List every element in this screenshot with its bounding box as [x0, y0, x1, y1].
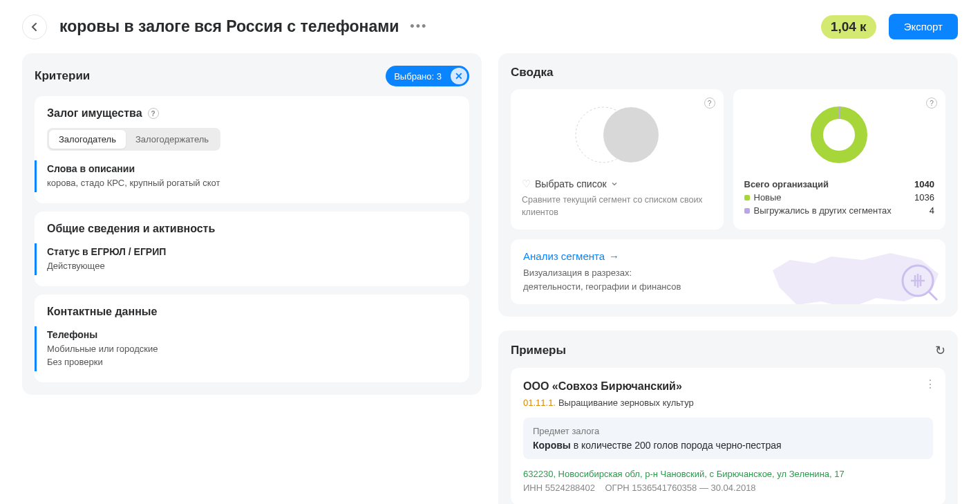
legend-dot-purple — [744, 208, 750, 214]
stat-new: Новые 1036 — [744, 191, 935, 204]
pledge-card: Залог имущества ? Залогодатель Залогодер… — [35, 96, 469, 203]
choose-list-button[interactable]: ♡ Выбрать список — [522, 178, 713, 190]
arrow-right-icon: → — [609, 250, 619, 262]
criteria-title: Критерии — [35, 69, 90, 83]
legend-dot-green — [744, 195, 750, 200]
examples-panel: Примеры ↻ ⋮ ООО «Совхоз Бирючанский» 01.… — [498, 330, 958, 504]
phones-value: Мобильные или городские Без проверки — [47, 343, 457, 368]
summary-panel: Сводка ? ♡ Выбрать список Сравните текущ… — [498, 53, 958, 317]
clear-filters-button[interactable]: ✕ — [451, 68, 467, 84]
general-card: Общие сведения и активность Статус в ЕГР… — [35, 212, 469, 286]
phones-label: Телефоны — [47, 329, 457, 340]
contacts-card: Контактные данные Телефоны Мобильные или… — [35, 295, 469, 382]
map-illustration — [766, 239, 945, 304]
pledge-box: Предмет залога Коровы в количестве 200 г… — [523, 418, 933, 459]
general-title: Общие сведения и активность — [47, 223, 457, 235]
company-inn: ИНН 5524288402 — [523, 483, 595, 493]
example-menu-button[interactable]: ⋮ — [925, 377, 936, 391]
svg-marker-4 — [773, 253, 939, 304]
okved-activity: Выращивание зерновых культур — [558, 398, 694, 408]
company-address[interactable]: 632230, Новосибирская обл, р-н Чановский… — [523, 469, 933, 479]
venn-diagram — [522, 100, 713, 169]
refresh-button[interactable]: ↻ — [935, 343, 945, 358]
analysis-link-label: Анализ сегмента — [523, 250, 605, 262]
donut-chart — [744, 100, 935, 169]
status-label: Статус в ЕГРЮЛ / ЕГРИП — [47, 246, 457, 257]
criterion-status[interactable]: Статус в ЕГРЮЛ / ЕГРИП Действующее — [35, 243, 457, 275]
more-button[interactable]: ••• — [410, 19, 427, 34]
help-icon[interactable]: ? — [704, 97, 715, 109]
stat-segments: Выгружались в других сегментах 4 — [744, 204, 935, 217]
donut-card: ? Всего организаций 1040 Новые 1036 — [733, 89, 946, 230]
compare-description: Сравните текущий сегмент со списком свои… — [522, 194, 713, 218]
pledge-subject-text: Коровы в количестве 200 голов порода чер… — [533, 440, 923, 451]
stat-total: Всего организаций 1040 — [744, 178, 935, 191]
pledge-title: Залог имущества — [47, 107, 142, 120]
pledge-role-toggle: Залогодатель Залогодержатель — [47, 128, 220, 151]
examples-title: Примеры — [511, 344, 566, 357]
chevron-down-icon — [611, 180, 618, 187]
new-label: Новые — [754, 192, 782, 203]
svg-line-6 — [929, 292, 937, 300]
words-value: корова, стадо КРС, крупный рогатый скот — [47, 177, 457, 189]
arrow-left-icon — [29, 21, 40, 32]
seg-value: 4 — [930, 205, 934, 216]
back-button[interactable] — [22, 15, 47, 39]
analysis-card[interactable]: Анализ сегмента → Визуализация в разреза… — [511, 239, 945, 304]
compare-card: ? ♡ Выбрать список Сравните текущий сегм… — [511, 89, 724, 230]
company-name[interactable]: ООО «Совхоз Бирючанский» — [523, 380, 933, 393]
page-title: коровы в залоге вся Россия с телефонами — [59, 17, 399, 36]
svg-point-1 — [603, 107, 659, 162]
okved-code: 01.11.1. — [523, 398, 556, 408]
criterion-words[interactable]: Слова в описании корова, стадо КРС, круп… — [35, 160, 457, 192]
export-button[interactable]: Экспорт — [889, 14, 958, 39]
status-value: Действующее — [47, 260, 457, 272]
total-value: 1040 — [914, 179, 934, 189]
total-label: Всего организаций — [744, 179, 829, 189]
company-ids: ИНН 5524288402 ОГРН 1536541760358 — 30.0… — [523, 483, 933, 493]
criterion-phones[interactable]: Телефоны Мобильные или городские Без про… — [35, 326, 457, 371]
new-value: 1036 — [914, 192, 934, 203]
selected-filter-pill[interactable]: Выбрано: 3 ✕ — [386, 66, 469, 86]
summary-title: Сводка — [511, 66, 553, 80]
seg-label: Выгружались в других сегментах — [754, 205, 892, 216]
help-icon[interactable]: ? — [926, 97, 937, 109]
selected-count: Выбрано: 3 — [386, 68, 449, 84]
criteria-panel: Критерии Выбрано: 3 ✕ Залог имущества ? … — [22, 53, 482, 395]
results-counter: 1,04 к — [821, 15, 876, 39]
heart-icon: ♡ — [522, 178, 531, 190]
company-ogrn: ОГРН 1536541760358 — 30.04.2018 — [605, 483, 756, 493]
tab-pledgee[interactable]: Залогодержатель — [126, 130, 218, 149]
contacts-title: Контактные данные — [47, 306, 457, 318]
words-label: Слова в описании — [47, 163, 457, 174]
help-icon[interactable]: ? — [148, 108, 159, 119]
choose-list-label: Выбрать список — [535, 178, 607, 189]
tab-pledgor[interactable]: Залогодатель — [49, 130, 126, 149]
svg-point-2 — [817, 113, 861, 157]
example-company-card: ⋮ ООО «Совхоз Бирючанский» 01.11.1. Выра… — [511, 368, 945, 504]
pledge-subject-label: Предмет залога — [533, 426, 923, 436]
